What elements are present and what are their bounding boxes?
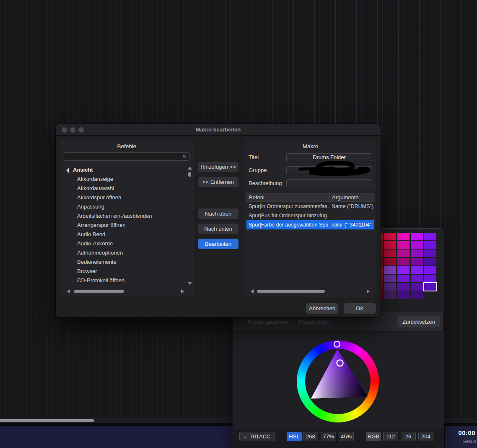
- daw-horizontal-scrollbar-thumb[interactable]: [0, 419, 94, 422]
- palette-swatch-selected[interactable]: [424, 283, 436, 291]
- palette-swatch[interactable]: [424, 275, 436, 282]
- command-list-item[interactable]: Akkordanzeige: [60, 175, 185, 184]
- remove-command-button[interactable]: << Entfernen: [198, 177, 238, 187]
- palette-swatch[interactable]: [384, 291, 396, 299]
- command-list-item[interactable]: Arbeitsflächen ein-/ausblenden: [60, 211, 185, 221]
- makro-header: Makro: [244, 140, 376, 149]
- scroll-down-icon[interactable]: [188, 282, 192, 285]
- cell-argumente: Name ("DRUMS"): [329, 202, 374, 211]
- scroll-left-icon[interactable]: [67, 289, 70, 294]
- command-list-item[interactable]: Anpassung: [60, 202, 185, 211]
- col-header-befehl[interactable]: Befehl: [247, 193, 330, 201]
- palette-swatch[interactable]: [424, 266, 436, 274]
- table-row[interactable]: Spur|In Ordnerspur zusammenfas.. Name ("…: [246, 202, 374, 211]
- horizontal-scrollbar-thumb[interactable]: [257, 290, 325, 293]
- palette-swatch[interactable]: [384, 258, 396, 265]
- command-list-item[interactable]: Browser: [60, 267, 185, 276]
- green-field[interactable]: 26: [401, 432, 416, 441]
- command-list-item[interactable]: Bedienelemente: [60, 257, 185, 267]
- hex-color-field[interactable]: #701ACC: [239, 432, 275, 441]
- move-up-button[interactable]: Nach oben: [198, 209, 238, 219]
- horizontal-scrollbar-thumb[interactable]: [74, 290, 124, 293]
- command-list-item[interactable]: Akkordspur öffnen: [60, 193, 185, 202]
- rgb-mode-button[interactable]: RGB: [366, 432, 381, 441]
- palette-swatch[interactable]: [397, 233, 410, 240]
- gruppe-label: Gruppe: [249, 167, 267, 173]
- macro-steps-table: Befehl Argumente Spur|In Ordnerspur zusa…: [246, 193, 374, 229]
- command-list: Ansicht Akkordanzeige Akkordauswahl Akko…: [60, 165, 185, 288]
- scroll-right-icon[interactable]: [181, 289, 184, 294]
- move-down-button[interactable]: Nach unten: [198, 224, 238, 234]
- hue-wheel-hole: [305, 349, 371, 414]
- reset-button[interactable]: Zurücksetzen: [397, 316, 440, 327]
- titel-label: Titel: [249, 154, 259, 160]
- palette-swatch[interactable]: [397, 291, 410, 299]
- command-search-input[interactable]: [64, 152, 190, 161]
- palette-swatch[interactable]: [397, 241, 410, 249]
- command-list-item[interactable]: Arrangerspur öffnen: [60, 221, 185, 230]
- dialog-titlebar[interactable]: Makro bearbeiten: [56, 124, 381, 136]
- add-command-button[interactable]: Hinzufügen >>: [198, 162, 238, 172]
- scroll-right-icon[interactable]: [367, 289, 370, 294]
- palette-swatch[interactable]: [397, 266, 410, 274]
- preset-load-button[interactable]: Preset laden: [294, 316, 334, 327]
- command-group-row[interactable]: Ansicht: [60, 165, 185, 175]
- palette-swatch[interactable]: [411, 275, 423, 282]
- palette-swatch[interactable]: [397, 275, 410, 282]
- vertical-scrollbar-thumb[interactable]: [188, 172, 191, 177]
- palette-swatch[interactable]: [397, 250, 410, 257]
- hex-color-value: 701ACC: [250, 433, 270, 440]
- command-group-label: Ansicht: [73, 167, 93, 173]
- saturation-field[interactable]: 77%: [321, 432, 336, 441]
- palette-swatch[interactable]: [424, 241, 436, 249]
- makro-bearbeiten-dialog: Makro bearbeiten Befehle ✕ Ansicht Akkor…: [56, 124, 381, 317]
- command-list-item[interactable]: Akkordauswahl: [60, 184, 185, 193]
- palette-swatch[interactable]: [411, 241, 423, 249]
- palette-swatch[interactable]: [424, 258, 436, 265]
- blue-field[interactable]: 204: [418, 432, 433, 441]
- color-value-bar: #701ACC HSL 268 77% 45% RGB 112 26 204: [233, 429, 444, 448]
- red-field[interactable]: 112: [383, 432, 398, 441]
- palette-swatch[interactable]: [384, 241, 396, 249]
- table-row[interactable]: Spur|Farbe der ausgewählten Spu.. color …: [246, 220, 374, 229]
- preset-save-button[interactable]: Preset speichern: [243, 316, 294, 327]
- palette-swatch[interactable]: [384, 275, 396, 282]
- command-list-item[interactable]: CD-Protokoll öffnen: [60, 276, 185, 285]
- cancel-button[interactable]: Abbrechen: [306, 303, 338, 314]
- beschreibung-input[interactable]: [286, 179, 372, 187]
- hue-field[interactable]: 268: [303, 432, 318, 441]
- palette-swatch[interactable]: [384, 266, 396, 274]
- palette-swatch[interactable]: [411, 250, 423, 257]
- palette-swatch[interactable]: [411, 283, 423, 291]
- disclosure-triangle-icon[interactable]: [66, 168, 71, 173]
- palette-swatch[interactable]: [384, 283, 396, 291]
- gruppe-input[interactable]: [286, 166, 372, 174]
- palette-swatch[interactable]: [384, 233, 396, 240]
- titel-input[interactable]: Drums Folder: [286, 153, 372, 161]
- command-list-item[interactable]: Audio-Akkorde: [60, 239, 185, 248]
- col-header-argumente[interactable]: Argumente: [330, 193, 374, 201]
- hash-icon: #: [244, 433, 247, 440]
- scroll-up-icon[interactable]: [188, 167, 192, 170]
- scroll-left-icon[interactable]: [251, 289, 254, 294]
- palette-swatch[interactable]: [397, 283, 410, 291]
- transport-time-label-right: Sekun: [463, 439, 476, 444]
- palette-swatch[interactable]: [424, 233, 436, 240]
- palette-swatch[interactable]: [411, 258, 423, 265]
- cell-befehl: Spur|Farbe der ausgewählten Spu..: [246, 220, 329, 229]
- palette-swatch[interactable]: [411, 266, 423, 274]
- table-row[interactable]: Spur|Bus für Ordnerspur hinzufüg..: [246, 211, 374, 220]
- edit-command-button[interactable]: Bearbeiten: [198, 239, 238, 249]
- palette-swatch[interactable]: [424, 250, 436, 257]
- clear-search-icon[interactable]: ✕: [182, 153, 187, 160]
- palette-swatch[interactable]: [397, 258, 410, 265]
- lightness-field[interactable]: 45%: [339, 432, 354, 441]
- command-list-item[interactable]: Audio Bend: [60, 230, 185, 239]
- hsl-mode-button[interactable]: HSL: [287, 432, 302, 441]
- ok-button[interactable]: OK: [344, 303, 376, 314]
- palette-swatch[interactable]: [384, 250, 396, 257]
- hue-wheel[interactable]: [297, 340, 379, 422]
- palette-swatch[interactable]: [411, 291, 423, 299]
- palette-swatch[interactable]: [411, 233, 423, 240]
- command-list-item[interactable]: Aufnahmeoptionen: [60, 248, 185, 257]
